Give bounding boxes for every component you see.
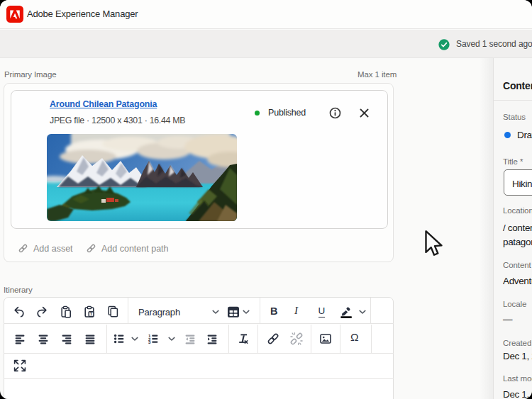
svg-text:3: 3 bbox=[148, 339, 151, 344]
svg-text:T: T bbox=[90, 312, 93, 316]
